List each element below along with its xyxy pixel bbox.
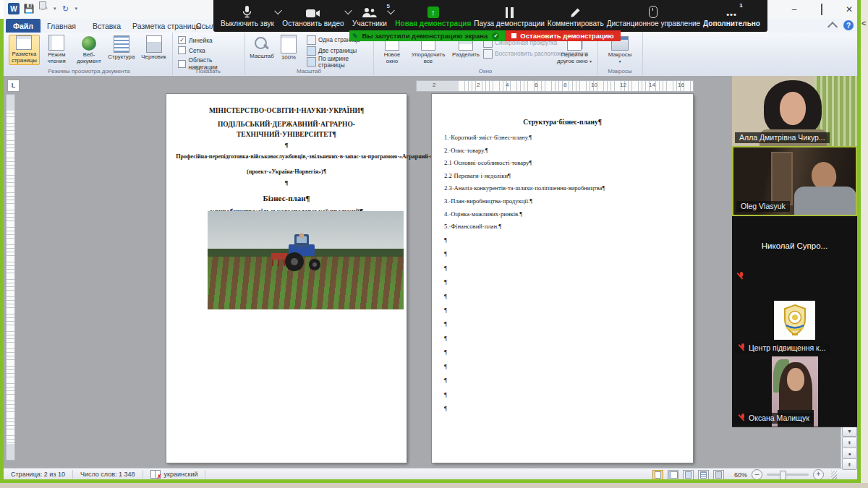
participant-name: Оксана Малищук [735,413,814,424]
participant-tile[interactable]: Алла Дмитрівна Чикур... [732,76,857,147]
paragraph-mark: ¶ [444,402,693,416]
tab-insert[interactable]: Вставка [85,19,128,33]
group-label: Окно [373,68,597,74]
previous-page-button[interactable]: ⇞ [842,437,857,448]
paragraph-mark: ¶ [444,388,693,402]
indent-marker[interactable] [39,1,46,9]
draft-button[interactable]: Черновик [138,35,169,65]
new-share-button[interactable]: ↑ Новая демонстрация [393,0,472,32]
word-count[interactable]: Число слов: 1 348 [73,470,143,479]
remote-control-label: Дистанционное управление [607,20,700,27]
emblem-icon [779,304,811,337]
list-item: 2.1·Основні·особливості·товару¶ [444,157,693,170]
close-button[interactable]: ✕ [843,4,855,14]
participant-tile[interactable]: Центр підвищення к... [732,286,857,357]
view-read-mode-button[interactable] [668,470,678,480]
switch-windows-label: Перейти в другое окно ▾ [556,52,593,65]
print-layout-label: Разметка страницы [9,51,39,64]
group-label: Режимы просмотра документа [6,68,172,74]
tab-home[interactable]: Главная [40,19,83,33]
redo-icon[interactable]: ↻ [60,3,72,14]
ruler-checkbox[interactable]: ✓ Линейка [178,36,240,44]
muted-mic-icon [739,343,746,352]
read-mode-icon [48,35,64,51]
gridlines-checkbox[interactable]: Сетка [178,46,240,54]
page-indicator[interactable]: Страница: 2 из 10 [4,470,73,479]
resize-grip [831,471,837,479]
read-mode-button[interactable]: Режим чтения [41,35,72,65]
page-100-icon [281,35,297,53]
paragraph-mark: ¶ [444,374,693,388]
participant-tile-active-speaker[interactable]: Oleg Vlasyuk [732,146,857,216]
annotate-button[interactable]: Комментировать [546,0,605,32]
remote-control-button[interactable]: Дистанционное управление [605,0,702,32]
ruler-number: 10 [591,82,597,88]
view-print-layout-button[interactable] [652,470,663,480]
next-page-button[interactable]: ⇟ [842,458,857,470]
tab-file[interactable]: Файл [6,19,41,33]
page-width-button[interactable]: По ширине страницы [307,57,373,67]
mute-button[interactable]: Выключить звук [219,0,276,32]
zoom-slider[interactable] [767,474,809,476]
stop-share-button[interactable]: Остановить демонстрацию [505,30,620,41]
ruler-number: 8 [563,82,566,88]
participant-face [787,368,804,391]
zoom-button[interactable]: Масштаб [249,35,275,65]
two-pages-icon [307,46,316,56]
maximize-button[interactable] [816,4,827,14]
zoom-100-button[interactable]: 100% [276,35,301,65]
mute-label: Выключить звук [221,20,274,27]
status-bar: Страница: 2 из 10 Число слов: 1 348 укра… [4,468,857,480]
outline-button[interactable]: Структура [106,35,137,65]
view-web-layout-button[interactable] [683,470,694,480]
ruler-margin-zone [417,81,459,91]
view-outline-button[interactable] [698,470,709,480]
one-page-icon [307,35,316,45]
zoom-100-label: 100% [281,55,296,61]
minimize-button[interactable]: – [788,4,800,14]
vertical-ruler[interactable] [6,94,15,461]
read-mode-label: Режим чтения [41,52,72,65]
tab-stop-selector[interactable]: L [7,80,20,92]
save-icon[interactable]: 💾 [23,3,35,14]
zoom-in-button[interactable]: + [813,469,824,480]
web-layout-button[interactable]: Веб-документ [74,35,105,65]
document-page-2[interactable]: Структура·бізнес-плану¶ 1.·Короткий·зміс… [432,94,693,463]
screen: W 💾 ↶ ▾ ↻ ▾ – ✕ ? Файл Главная Вставка Р… [0,0,868,488]
annotate-pencil-icon[interactable]: ✎ [352,33,358,40]
group-label: Показать [172,68,244,74]
checkbox-icon [178,46,186,54]
list-item: 2.3·Аналіз·конкурентів·та·шляхи·поліпшен… [444,182,693,195]
business-plan-title: Бізнес-план¶ [166,194,407,202]
stop-video-button[interactable]: Остановить видео [281,0,345,32]
more-button[interactable]: ••• 1 Дополнительно [702,0,762,32]
annotate-label: Комментировать [548,20,604,27]
share-banner: ✎ Вы запустили демонстрацию экрана ✓ Ост… [349,30,621,41]
view-draft-button[interactable] [713,470,724,480]
undo-dropdown-icon[interactable]: ▾ [54,6,56,12]
participant-tile[interactable]: Николай Супро... [732,216,857,287]
zoom-out-button[interactable]: – [752,469,762,480]
zoom-percentage[interactable]: 60% [734,471,747,479]
help-icon[interactable]: ? [843,20,854,30]
collapse-panel-arrow-icon[interactable]: < [861,19,866,27]
muted-mic-icon [738,272,744,281]
customize-qat-icon[interactable]: ▾ [75,6,78,12]
list-item: 1.·Короткий·зміст·бізнес-плану.¶ [444,132,693,145]
participant-tile[interactable]: Оксана Малищук [732,356,857,427]
horizontal-ruler[interactable]: 2 2 4 6 8 10 12 14 16 [416,80,694,92]
document-page-1[interactable]: МІНІСТЕРСТВО·ОСВІТИ·І·НАУКИ·УКРАЇНИ¶ ПОД… [166,94,407,463]
ruler-margin-zone [7,444,14,460]
participants-button[interactable]: 5 Участники [351,0,388,32]
two-pages-button[interactable]: Две страницы [307,46,373,56]
select-browse-object-button[interactable]: ● [842,448,857,459]
new-share-label: Новая демонстрация [395,20,471,27]
project-line: (проект·«Україна-Норвегія»)¶ [166,168,407,175]
ruler-number: 2 [477,82,480,88]
stop-icon [511,33,516,38]
collapse-ribbon-icon[interactable] [827,21,838,31]
language-indicator[interactable]: украинский [143,470,206,479]
statusbar-right: 60% – + [652,469,837,480]
pause-share-button[interactable]: Пауза демонстрации [472,0,546,32]
print-layout-button[interactable]: Разметка страницы [9,35,40,65]
